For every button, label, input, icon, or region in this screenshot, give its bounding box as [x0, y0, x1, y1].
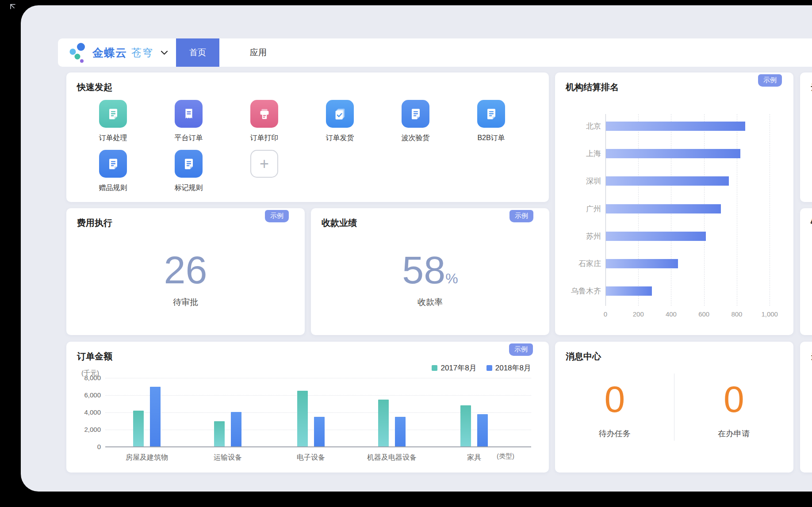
card-title: 快速发起 [77, 81, 112, 93]
sample-badge: 示例 [265, 210, 289, 222]
chevron-down-icon[interactable] [161, 50, 168, 55]
sample-badge: 示例 [758, 74, 782, 87]
percent-unit: % [445, 271, 458, 286]
doc-icon [99, 150, 127, 178]
legend-item[interactable]: 2018年8月 [486, 363, 531, 373]
x-tick-label: 0 [591, 310, 620, 318]
gridline [737, 114, 737, 306]
y-tick-label: 4,000 [73, 408, 101, 416]
legend-label: 2018年8月 [495, 363, 531, 373]
quick-launch-item[interactable]: 平台订单 [151, 100, 226, 143]
pending-approval-count: 26 [66, 251, 305, 290]
order-bar [395, 417, 406, 447]
doc-icon [402, 100, 429, 128]
card-title: 费用执行 [77, 217, 112, 229]
todo-stat[interactable]: 0 待办任务 [555, 381, 674, 439]
rank-bar [606, 204, 721, 213]
rank-bar [606, 232, 706, 241]
tab-apps[interactable]: 应用 [237, 38, 280, 67]
y-tick-label: 20 [808, 261, 812, 269]
category-label: 电子设备 [271, 453, 351, 462]
card-title: 消息中心 [566, 351, 601, 362]
quick-launch-label: 波次验货 [402, 133, 430, 143]
in-progress-count: 0 [724, 381, 744, 418]
top-header: 金蝶云 苍穹 首页 应用 [58, 38, 812, 67]
sample-badge: 示例 [509, 210, 533, 222]
tab-home[interactable]: 首页 [176, 38, 219, 67]
quick-launch-item[interactable]: 订单打印 [226, 100, 302, 143]
doc-icon [99, 100, 127, 128]
order-bar [314, 417, 325, 447]
quick-launch-label: 订单发货 [326, 133, 354, 143]
rank-category-label: 苏州 [563, 231, 601, 241]
order-amount-card: 示例 订单金额 2017年8月2018年8月 (千元) 02,0004,0006… [66, 342, 549, 473]
category-label: 运输设备 [188, 453, 268, 462]
order-bar [231, 412, 241, 447]
rank-bar [606, 149, 740, 158]
gridline [105, 395, 531, 396]
pending-approval-label: 待审批 [66, 297, 305, 308]
y-tick-label: 0 [73, 443, 101, 450]
quick-launch-label: 订单处理 [99, 133, 127, 143]
quick-launch-item[interactable]: 波次验货 [378, 100, 453, 143]
order-bar [133, 411, 144, 447]
y-tick-label: 6,000 [73, 391, 101, 399]
quick-launch-item[interactable]: B2B订单 [453, 100, 529, 143]
y-tick-label: 2,000 [73, 426, 101, 433]
order-bar [460, 405, 471, 447]
brand-name: 金蝶云 [92, 46, 127, 60]
order-bar [477, 414, 488, 447]
resize-cursor-icon [9, 3, 17, 11]
order-bar [297, 391, 308, 447]
in-progress-stat[interactable]: 0 在办申请 [674, 381, 794, 439]
doc-icon [175, 150, 203, 178]
doc-check-icon [326, 100, 354, 128]
legend-swatch-icon [486, 365, 492, 371]
quick-launch-row-1: 订单处理 平台订单 订单打印 订单发货 波次验货 B2B订单 [75, 100, 529, 143]
printer-icon [250, 100, 278, 128]
rank-category-label: 广州 [563, 204, 601, 214]
x-tick-label: 800 [723, 310, 751, 318]
logo-dots-icon [69, 42, 87, 64]
quick-launch-label: 订单打印 [250, 133, 279, 143]
quick-launch-label: 平台订单 [175, 133, 203, 143]
rank-category-label: 北京 [563, 121, 601, 131]
y-tick-label: 8,000 [73, 374, 101, 381]
quick-launch-item[interactable]: 订单处理 [75, 100, 151, 143]
rank-category-label: 乌鲁木齐 [563, 286, 601, 296]
order-bar [214, 421, 225, 447]
category-label: 房屋及建筑物 [107, 453, 187, 462]
in-progress-label: 在办申请 [718, 428, 750, 439]
quick-launch-label: B2B订单 [477, 133, 505, 143]
chart-legend: 2017年8月2018年8月 [432, 363, 531, 373]
brand-subname: 苍穹 [131, 46, 153, 60]
device-screen: 金蝶云 苍穹 首页 应用 快速发起 订单处理 平台订单 订单打印 订单发货 [21, 5, 812, 492]
x-axis-line [105, 446, 531, 447]
community-card: 云之家 SA [800, 72, 812, 202]
todo-label: 待办任务 [599, 428, 631, 439]
quick-launch-item[interactable]: 标记规则 [151, 150, 226, 193]
add-quick-launch-button[interactable]: + [226, 150, 302, 193]
x-tick-label: 200 [624, 310, 652, 318]
divider [674, 374, 674, 441]
quick-launch-label: 标记规则 [175, 183, 203, 193]
collection-rate-label: 收款率 [311, 297, 549, 308]
quick-launch-label: 赠品规则 [99, 183, 127, 193]
y-tick-label: 30 [808, 240, 812, 248]
x-tick-label: 600 [690, 310, 718, 318]
plus-icon: + [250, 150, 278, 178]
todo-count: 0 [604, 381, 625, 418]
rank-bar [606, 176, 729, 186]
quick-launch-item[interactable]: 赠品规则 [75, 150, 151, 193]
collection-card: 示例 收款业绩 58% 收款率 [311, 208, 549, 335]
category-label: 机器及电器设备 [352, 453, 432, 462]
app-logo[interactable]: 金蝶云 苍穹 [58, 42, 168, 64]
message-center-card: 消息中心 0 待办任务 0 在办申请 [555, 342, 793, 473]
card-title: 机构结算排名 [566, 81, 619, 93]
quick-launch-item[interactable]: 订单发货 [302, 100, 378, 143]
expense-card: 示例 费用执行 26 待审批 [66, 208, 305, 335]
sales-trend-card: 销售趋势 3020100 [800, 208, 812, 335]
order-bar [150, 387, 161, 447]
collection-rate-value: 58% [311, 251, 549, 290]
legend-item[interactable]: 2017年8月 [432, 363, 476, 373]
